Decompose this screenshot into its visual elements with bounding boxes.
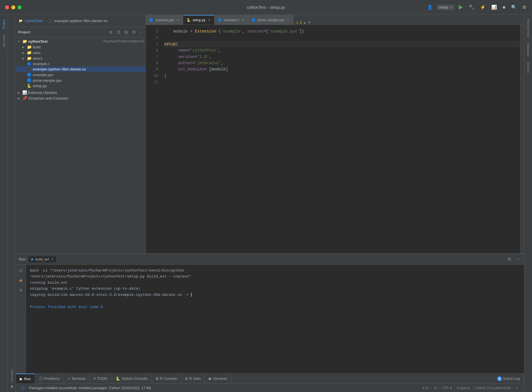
btab-r-jobs[interactable]: R R Jobs	[181, 374, 205, 384]
tab-close-example-pyx[interactable]: ✕	[176, 18, 180, 22]
btab-event-log[interactable]: 1 Event Log	[493, 374, 524, 384]
breadcrumb-file[interactable]: example.cpython-36m-darwin.so	[55, 19, 108, 23]
pyx-file-icon: 🔵	[27, 72, 32, 77]
search-button-toolbar[interactable]: 🔍	[509, 3, 518, 11]
sidebar-item-project[interactable]: Project	[1, 17, 7, 31]
run-panel-settings-button[interactable]: ⚙	[506, 256, 513, 262]
add-panel-button[interactable]: ⊕	[108, 29, 114, 35]
btab-terminal[interactable]: > Terminal	[64, 374, 90, 384]
profile-button[interactable]: ⚡	[478, 3, 487, 11]
btab-terminal-label: Terminal	[71, 376, 85, 381]
btab-services[interactable]: ▶ Services	[205, 374, 232, 384]
status-interpreter[interactable]: Python 3.6 (cythonTest)	[473, 386, 513, 390]
run-panel-toolbar: Run: ▶ build_ext ✕ ⚙ −	[16, 254, 524, 265]
btab-event-log-label: Event Log	[503, 376, 520, 381]
tree-item-external-libs[interactable]: ▶ 📊 External Libraries	[16, 90, 146, 95]
tab-example-c[interactable]: 🔵 example.c ✕	[215, 15, 248, 25]
tree-item-example-so[interactable]: ⬛ example.cpython-36m-darwin.so	[16, 66, 146, 72]
code-editor[interactable]: 3 4 5 6 7 8 9 10 11 module = Extension (…	[146, 25, 524, 253]
btab-r-console[interactable]: R R Console	[152, 374, 181, 384]
settings-panel-button[interactable]: ⚙	[131, 29, 137, 35]
status-warning-icon: ⚠	[513, 386, 521, 390]
btab-r-console-label: R Console	[160, 376, 177, 381]
btab-python-console[interactable]: 🐍 Python Console	[112, 374, 152, 384]
coverage-button[interactable]: 📊	[490, 3, 499, 11]
rerun-button[interactable]: ↺	[18, 267, 24, 275]
run-panel-minimize-button[interactable]: −	[515, 256, 521, 262]
sidebar-item-sciview[interactable]: SciView	[525, 60, 531, 75]
minimize-button[interactable]	[11, 5, 15, 9]
sidebar-item-remote-host[interactable]: Remote Host	[525, 17, 531, 40]
folder-build-icon: 📁	[27, 45, 32, 49]
sidebar-item-structure[interactable]: Structure	[1, 32, 7, 49]
console-line-3: running build_ext	[30, 280, 520, 286]
collapse-panel-button[interactable]: −	[139, 29, 143, 35]
tab-prime-pyx[interactable]: 🔵 prime-sample.pyx ✕	[248, 15, 293, 25]
code-line-6: name='cythonTest',	[164, 47, 520, 53]
btab-run[interactable]: ▶ Run	[16, 374, 35, 384]
warning-icon: ⚠	[296, 21, 299, 25]
run-button[interactable]	[457, 3, 465, 11]
run-tab-close-icon[interactable]: ✕	[51, 257, 53, 261]
breadcrumb-separator: ›	[45, 19, 46, 23]
btab-todo[interactable]: ≡ TODO	[90, 374, 112, 384]
tree-item-setup-py[interactable]: 🐍 setup.py	[16, 83, 146, 89]
traffic-lights	[5, 5, 21, 9]
py-tab-icon: 🐍	[187, 18, 191, 22]
tab-setup-py[interactable]: 🐍 setup.py ✕	[183, 15, 214, 25]
prime-pyx-file-icon: 🔵	[27, 78, 32, 83]
tab-close-setup-py[interactable]: ✕	[207, 18, 211, 22]
status-right: 4:74 LF UTF-8 4 spaces Python 3.6 (cytho…	[420, 386, 521, 390]
warning-count: 2	[300, 21, 302, 25]
scratch-icon: 📌	[22, 96, 27, 100]
code-content[interactable]: module = Extension ('example', sources=[…	[161, 25, 520, 253]
editor-area: 🔵 example.pyx ✕ 🐍 setup.py ✕ 🔵 example.c	[146, 15, 524, 253]
tree-item-prime-pyx[interactable]: 🔵 prime-sample.pyx	[16, 77, 146, 83]
stop-run-button[interactable]: ■	[18, 277, 23, 284]
status-position[interactable]: 4:74	[420, 386, 431, 390]
build-button[interactable]: 🔨	[467, 3, 476, 11]
so-file-icon: ⬛	[27, 67, 32, 71]
btab-todo-label: TODO	[97, 376, 107, 381]
status-info-icon: ⓘ	[19, 385, 27, 391]
close-run-button[interactable]: ✕	[18, 287, 24, 294]
run-tab-build-ext[interactable]: ▶ build_ext ✕	[29, 256, 56, 262]
console-line-7: Process finished with exit code 0	[30, 304, 520, 310]
services-btab-icon: ▶	[209, 376, 212, 381]
sidebar-item-database[interactable]: Database	[525, 41, 531, 59]
close-button[interactable]	[5, 5, 9, 9]
tree-item-venv1[interactable]: ▶ 📁 venv1	[16, 55, 146, 61]
code-line-3: module = Extension ('example', sources=[…	[164, 28, 520, 35]
status-encoding[interactable]: UTF-8	[440, 386, 455, 390]
right-gutter	[520, 25, 524, 253]
tab-close-example-c[interactable]: ✕	[241, 18, 245, 22]
stop-button[interactable]: ■	[501, 4, 507, 11]
layout-panel-button[interactable]: ☰	[116, 29, 122, 35]
btab-problems[interactable]: ⓘ Problems	[35, 374, 64, 384]
tree-item-venv[interactable]: ▶ 📁 venv	[16, 50, 146, 55]
chevron-right-icon: ▶	[21, 46, 25, 49]
tab-example-pyx[interactable]: 🔵 example.pyx ✕	[146, 15, 183, 25]
settings-button-toolbar[interactable]: ⚙	[521, 3, 528, 11]
user-icon-button[interactable]: 👤	[425, 3, 434, 11]
warning-nav-down[interactable]: ▼	[308, 21, 311, 25]
c-tab-icon: 🔵	[218, 18, 222, 22]
tree-item-root[interactable]: ▼ 📁 cythonTest ~/PycharmProjects/cythonT…	[16, 38, 146, 44]
run-config-selector[interactable]: setup ▼	[437, 5, 455, 10]
status-line-ending[interactable]: LF	[431, 386, 440, 390]
status-indent[interactable]: 4 spaces	[455, 386, 473, 390]
breadcrumb-project[interactable]: cythonTest	[25, 19, 42, 23]
tree-item-example-pyx[interactable]: 🔵 example.pyx	[16, 72, 146, 77]
scope-panel-button[interactable]: ⊞	[123, 29, 129, 35]
tree-item-scratches[interactable]: ▶ 📌 Scratches and Consoles	[16, 95, 146, 101]
left-sidebar: Project Structure	[0, 15, 8, 392]
star-icon[interactable]: ★	[10, 384, 14, 389]
maximize-button[interactable]	[18, 5, 21, 9]
tab-close-prime-pyx[interactable]: ✕	[286, 18, 290, 22]
console-text-area: bash -cl "/Users/jetbrains/PycharmProjec…	[26, 265, 524, 373]
warning-nav-up[interactable]: ▲	[303, 21, 306, 25]
tree-item-build[interactable]: ▶ 📁 build	[16, 44, 146, 50]
tree-label-venv1: venv1	[33, 56, 144, 61]
tree-item-example-c[interactable]: 🔵 example.c	[16, 61, 146, 66]
code-line-10: )	[164, 73, 520, 79]
